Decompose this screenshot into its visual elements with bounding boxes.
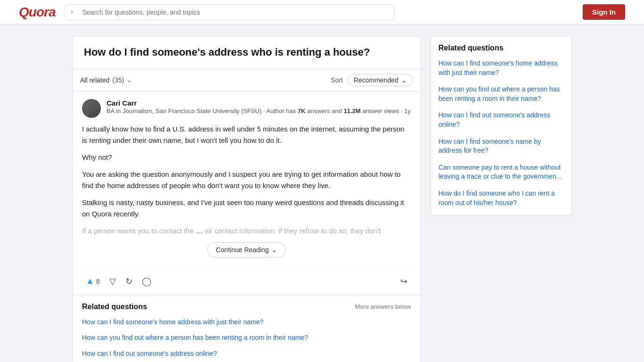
reload-button[interactable]: ↻	[122, 274, 136, 289]
faded-text-start: If a person wants you to contact the	[82, 227, 194, 235]
all-related-label: All related	[80, 76, 109, 84]
reload-icon: ↻	[125, 276, 132, 287]
sidebar-link-6[interactable]: How do I find someone who I can rent a r…	[438, 189, 564, 207]
recommended-label: Recommended	[354, 76, 398, 84]
faded-text-end: eir contact information. If they refuse …	[205, 227, 380, 235]
continue-reading-wrap: Continue Reading ⌄	[82, 242, 411, 263]
upvote-icon: ▲	[86, 276, 94, 286]
continue-reading-button[interactable]: Continue Reading ⌄	[207, 242, 286, 257]
sort-dropdown[interactable]: Recommended ⌄	[347, 74, 413, 86]
question-title: How do I find someone's address who is r…	[84, 46, 409, 59]
answer-para-4: Stalking is nasty, nasty business, and I…	[82, 197, 411, 220]
answer-para-faded: If a person wants you to contact the … e…	[82, 225, 411, 237]
sidebar-link-3[interactable]: How can I find out someone's address onl…	[438, 111, 564, 129]
sidebar-link-4[interactable]: How can I find someone's name by address…	[438, 137, 564, 156]
answer-para-3: You are asking the question anonymously …	[82, 169, 411, 191]
answer-count: (35)	[112, 76, 124, 84]
share-icon: ↪	[400, 276, 407, 287]
related-link-1[interactable]: How can I find someone's home address wi…	[82, 318, 411, 327]
sort-label: Sort	[330, 76, 343, 84]
downvote-icon: ▽	[109, 276, 116, 287]
related-inline-header: Related questions More answers below	[82, 303, 411, 311]
author-name: Cari Carr	[107, 99, 411, 107]
sidebar-box: Related questions How can I find someone…	[430, 36, 572, 215]
related-link-2[interactable]: How can you find out where a person has …	[82, 333, 411, 343]
downvote-button[interactable]: ▽	[106, 274, 120, 289]
all-related-filter[interactable]: All related (35) ⌄	[80, 76, 132, 84]
answer-text: I actually know how to find a U.S. addre…	[82, 123, 411, 237]
continue-chevron-icon: ⌄	[272, 246, 277, 254]
sort-chevron-icon: ⌄	[401, 76, 407, 84]
content-area: How do I find someone's address who is r…	[72, 36, 421, 362]
author-bio: BA in Journalism, San Francisco State Un…	[107, 107, 411, 115]
bio-end: answer views · 1y	[361, 107, 411, 115]
answer-author: Cari Carr BA in Journalism, San Francisc…	[82, 99, 411, 118]
sidebar-link-1[interactable]: How can I find someone's home address wi…	[438, 59, 564, 77]
sidebar-link-5[interactable]: Can someone pay to rent a house without …	[438, 163, 564, 181]
sidebar-link-2[interactable]: How can you find out where a person has …	[438, 85, 564, 103]
upvote-button[interactable]: ▲ 8	[82, 274, 104, 288]
sort-area: Sort Recommended ⌄	[330, 74, 413, 86]
action-bar: ▲ 8 ▽ ↻ ◯ ↪	[82, 269, 411, 295]
related-link-3[interactable]: How can I find out someone's address onl…	[82, 349, 411, 359]
quora-logo: Quora	[19, 5, 55, 20]
sidebar-title: Related questions	[438, 44, 564, 52]
answer-para-1: I actually know how to find a U.S. addre…	[82, 123, 411, 146]
answers-bar: All related (35) ⌄ Sort Recommended ⌄	[72, 69, 421, 91]
sidebar: Related questions How can I find someone…	[430, 36, 572, 362]
share-button[interactable]: ↪	[396, 274, 411, 289]
search-input[interactable]	[65, 4, 395, 20]
main-container: How do I find someone's address who is r…	[63, 36, 581, 362]
bio-middle: answers and	[305, 107, 344, 115]
search-container: ⚬	[65, 4, 395, 20]
avatar	[82, 99, 101, 118]
views-count: 11.2M	[344, 107, 361, 115]
related-inline-title: Related questions	[82, 303, 147, 311]
question-box: How do I find someone's address who is r…	[72, 36, 421, 69]
comment-button[interactable]: ◯	[138, 274, 155, 289]
bio-prefix: BA in Journalism, San Francisco State Un…	[107, 107, 297, 115]
continue-reading-label: Continue Reading	[216, 246, 269, 254]
author-info: Cari Carr BA in Journalism, San Francisc…	[107, 99, 411, 115]
faded-text-gap: …	[196, 227, 205, 235]
header: Quora ⚬ Sign In	[0, 0, 644, 25]
answers-count: 7K	[297, 107, 305, 115]
comment-icon: ◯	[142, 276, 151, 287]
more-answers-label: More answers below	[355, 303, 411, 310]
search-icon: ⚬	[69, 8, 75, 16]
answer-para-2: Why not?	[82, 152, 411, 163]
related-inline-section: Related questions More answers below How…	[72, 295, 421, 362]
answer-card: Cari Carr BA in Journalism, San Francisc…	[72, 91, 421, 295]
upvote-count: 8	[96, 278, 100, 285]
sign-in-button[interactable]: Sign In	[583, 4, 625, 20]
avatar-image	[82, 99, 101, 118]
chevron-down-icon: ⌄	[127, 77, 132, 83]
header-right: Sign In	[583, 4, 625, 20]
